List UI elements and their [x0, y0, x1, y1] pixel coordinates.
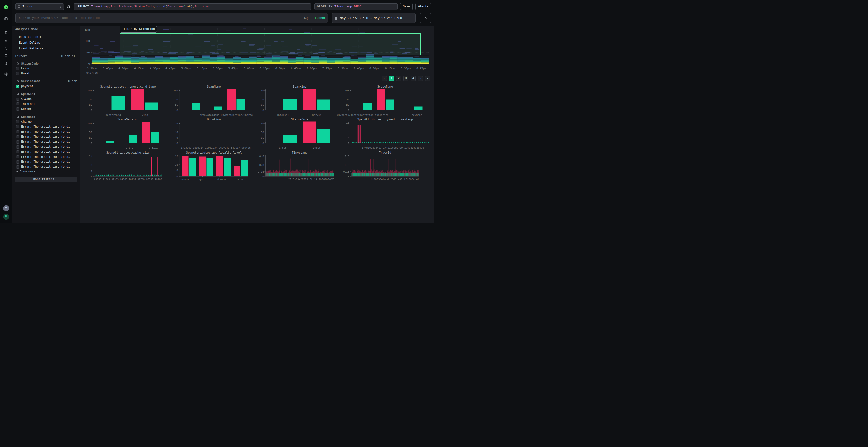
svg-text:4:15pm: 4:15pm: [134, 67, 144, 70]
svg-text:0: 0: [177, 175, 178, 178]
svg-text:0.3: 0.3: [345, 164, 349, 167]
svg-text:8:00pm: 8:00pm: [369, 67, 379, 70]
svg-text:8:15pm: 8:15pm: [385, 67, 395, 70]
svg-text:StatusCode: StatusCode: [291, 118, 308, 122]
svg-text:SpanAttributes.app.loyalty.lev: SpanAttributes.app.loyalty.level: [186, 151, 241, 154]
svg-text:SpanKind: SpanKind: [293, 85, 307, 89]
svg-text:25: 25: [261, 137, 264, 139]
svg-text:TraceId: TraceId: [379, 151, 391, 154]
svg-text:6:15pm: 6:15pm: [259, 67, 270, 70]
svg-text:platinum: platinum: [213, 178, 225, 181]
svg-text:4: 4: [348, 136, 349, 139]
svg-text:50: 50: [89, 98, 92, 101]
svg-text:16: 16: [346, 122, 349, 124]
svg-text:4:30pm: 4:30pm: [150, 67, 160, 70]
svg-text:0.6: 0.6: [345, 155, 349, 158]
svg-text:2025-05-28T03:59:14.900820000Z: 2025-05-28T03:59:14.900820000Z: [288, 178, 334, 181]
svg-text:SpanAttributes...yment.card_ty: SpanAttributes...yment.card_type: [100, 85, 156, 89]
svg-text:0: 0: [177, 142, 178, 145]
svg-text:36: 36: [175, 122, 178, 125]
svg-text:0.6: 0.6: [259, 155, 264, 158]
svg-text:50: 50: [261, 98, 264, 101]
svg-text:0.51.1: 0.51.1: [149, 146, 158, 149]
svg-text:8:45pm: 8:45pm: [416, 67, 426, 70]
svg-text:8: 8: [90, 164, 92, 167]
svg-text:7:45pm: 7:45pm: [353, 67, 364, 70]
svg-text:400: 400: [85, 39, 90, 43]
svg-text:visa: visa: [142, 114, 148, 116]
svg-text:16: 16: [89, 154, 92, 158]
svg-text:Timestamp: Timestamp: [292, 151, 307, 154]
svg-text:5:45pm: 5:45pm: [228, 67, 238, 70]
svg-text:SpanAttributes...yment.timesta: SpanAttributes...yment.timestamp: [357, 118, 412, 122]
svg-text:0: 0: [262, 175, 264, 178]
svg-text:silver: silver: [236, 178, 245, 181]
svg-text:grpc.oteldemo.PaymentService/C: grpc.oteldemo.PaymentService/Charge: [199, 114, 253, 116]
svg-text:4: 4: [90, 170, 92, 172]
svg-text:50: 50: [175, 98, 178, 101]
svg-text:6:30pm: 6:30pm: [275, 67, 285, 70]
svg-text:25: 25: [175, 104, 178, 106]
svg-text:0: 0: [262, 142, 264, 145]
svg-text:0.3: 0.3: [259, 164, 264, 167]
svg-text:0: 0: [90, 142, 92, 145]
svg-text:25: 25: [89, 104, 92, 106]
svg-text:Error: Error: [279, 146, 287, 149]
svg-text:200: 200: [85, 51, 90, 54]
svg-text:100: 100: [259, 89, 264, 92]
svg-text:0.1.0: 0.1.0: [125, 146, 133, 149]
svg-text:100: 100: [345, 89, 349, 92]
svg-text:4:45pm: 4:45pm: [165, 67, 175, 70]
svg-text:0: 0: [177, 109, 178, 112]
svg-text:100: 100: [88, 122, 92, 125]
svg-text:3:30pm: 3:30pm: [87, 67, 97, 70]
svg-text:50: 50: [261, 131, 264, 134]
svg-text:ScopeVersion: ScopeVersion: [117, 118, 138, 122]
svg-text:gold: gold: [199, 178, 205, 181]
svg-text:7:30pm: 7:30pm: [338, 67, 348, 70]
svg-text:18: 18: [175, 131, 178, 134]
svg-text:payment: payment: [411, 114, 422, 116]
svg-text:89835 91063 92953 94365 96139: 89835 91063 92953 94365 96139 97730 9833…: [94, 178, 162, 181]
svg-text:100: 100: [88, 89, 92, 92]
svg-text:0: 0: [348, 109, 349, 112]
svg-text:6:00pm: 6:00pm: [244, 67, 254, 70]
svg-text:SpanName: SpanName: [207, 85, 221, 89]
svg-text:SpanAttributes.cache.size: SpanAttributes.cache.size: [106, 151, 150, 154]
svg-text:0: 0: [348, 175, 349, 178]
svg-text:50: 50: [89, 131, 92, 134]
svg-text:Unset: Unset: [313, 146, 321, 149]
svg-text:ScopeName: ScopeName: [377, 85, 393, 89]
svg-text:100: 100: [173, 89, 178, 92]
svg-text:ff860334facdb23d3f430ff5b5050f: ff860334facdb23d3f430ff5b5050f4f: [370, 178, 419, 181]
svg-text:0: 0: [90, 175, 92, 178]
svg-text:@hyperdx/instrumentation-excep: @hyperdx/instrumentation-exception: [337, 114, 389, 116]
svg-text:600: 600: [85, 28, 90, 32]
svg-text:0.15: 0.15: [343, 171, 349, 173]
svg-text:8: 8: [348, 131, 349, 134]
svg-text:mastercard: mastercard: [105, 114, 121, 116]
svg-text:0: 0: [262, 109, 264, 112]
svg-text:0.15: 0.15: [258, 171, 264, 173]
svg-text:Duration: Duration: [207, 118, 221, 122]
svg-text:5:30pm: 5:30pm: [212, 67, 222, 70]
svg-text:9: 9: [177, 137, 178, 139]
svg-text:5/27/25: 5/27/25: [86, 71, 98, 74]
svg-text:3:45pm: 3:45pm: [102, 67, 113, 70]
svg-text:1333363 1698314 19961834 26008: 1333363 1698314 19961834 2600849 543017 …: [181, 146, 250, 149]
svg-text:6:45pm: 6:45pm: [291, 67, 301, 70]
svg-text:25: 25: [346, 104, 349, 106]
svg-text:4:00pm: 4:00pm: [118, 67, 128, 70]
svg-text:1748192273433 1748199880789 17: 1748192273433 1748199880789 174839373853…: [362, 146, 424, 149]
svg-text:bronze: bronze: [180, 178, 189, 181]
svg-text:50: 50: [346, 98, 349, 101]
svg-text:0: 0: [90, 109, 92, 112]
svg-text:8:30pm: 8:30pm: [401, 67, 411, 70]
svg-text:5:00pm: 5:00pm: [181, 67, 191, 70]
svg-text:100: 100: [259, 122, 264, 125]
svg-text:5:15pm: 5:15pm: [197, 67, 207, 70]
svg-text:0: 0: [88, 62, 90, 65]
svg-text:Server: Server: [312, 114, 321, 116]
svg-text:32: 32: [175, 155, 178, 158]
svg-text:8: 8: [177, 169, 178, 172]
